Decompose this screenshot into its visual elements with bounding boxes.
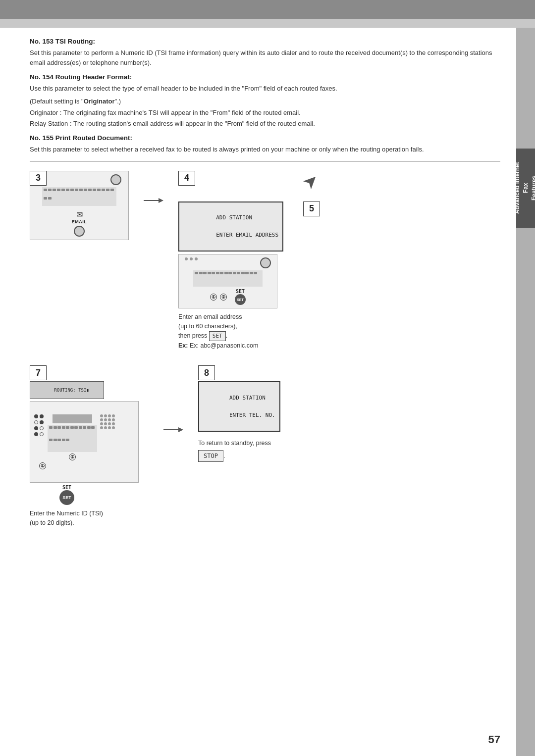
top-bar <box>0 0 535 19</box>
key-sm <box>108 422 111 425</box>
key-sm <box>108 414 111 417</box>
step-8-desc: To return to standby, press STOP. <box>198 439 271 462</box>
key <box>54 426 57 429</box>
step8-desc1: To return to standby, press <box>198 440 271 447</box>
key-circle <box>34 414 38 418</box>
set-inline-btn: SET <box>209 331 226 342</box>
key-circle <box>40 420 44 424</box>
key-circle <box>34 426 38 430</box>
step-7-block: 7 ROUTING: TSI▮ <box>30 365 149 528</box>
key-circle <box>40 426 44 430</box>
step4-desc1: Enter an email address <box>178 313 242 320</box>
step8-lcd-line2: ENTER TEL. NO. <box>229 412 275 418</box>
page-number: 57 <box>488 733 500 746</box>
key <box>250 272 253 274</box>
step-4-fax: ① ② SET SET <box>178 254 277 308</box>
key <box>97 189 101 191</box>
originator-desc: : The originating fax machine's TSI will… <box>60 109 301 116</box>
step3-round-btn <box>110 174 121 185</box>
step7-set-area: SET SET <box>59 485 74 505</box>
diagram-row-2: 7 ROUTING: TSI▮ <box>30 365 500 528</box>
key-sm <box>104 426 107 429</box>
dot2 <box>190 257 193 260</box>
step7-set-text: SET <box>62 485 71 490</box>
key <box>87 426 91 429</box>
arrow-svg <box>144 196 163 205</box>
key <box>70 189 74 191</box>
step7-desc1: Enter the Numeric ID (TSI) <box>30 510 103 517</box>
step-4-lcd: ADD STATION ENTER EMAIL ADDRESS <box>178 202 283 252</box>
key <box>61 189 65 191</box>
key-row <box>100 422 115 425</box>
key <box>44 197 47 200</box>
step7-routing-lcd: ROUTING: TSI▮ <box>30 381 104 399</box>
step4-desc4-bold: Ex: <box>178 342 190 349</box>
step7-desc2: (up to 20 digits). <box>30 519 74 526</box>
step-5-area: ➤ 5 <box>298 171 320 216</box>
key <box>57 189 60 191</box>
step-8-block: 8 ADD STATION ENTER TEL. NO. To return t… <box>198 365 307 462</box>
step-8-number: 8 <box>198 365 215 380</box>
key-sm <box>112 426 115 429</box>
step-8-lcd: ADD STATION ENTER TEL. NO. <box>198 381 280 432</box>
key <box>79 426 82 429</box>
step7-circle-1: ① <box>39 462 46 469</box>
step4-desc2: (up to 60 characters), <box>178 323 237 330</box>
key-row <box>34 414 44 418</box>
main-content: No. 153 TSI Routing: Set this parameter … <box>25 28 505 756</box>
key <box>203 272 207 274</box>
step-4-desc: Enter an email address (up to 60 charact… <box>178 312 283 351</box>
dot1 <box>185 257 188 260</box>
key-row <box>34 432 44 436</box>
key <box>233 272 236 274</box>
key <box>208 272 211 274</box>
key <box>62 426 65 429</box>
diagonal-arrow-icon: ➤ <box>298 168 323 194</box>
originator-line: Originator : The originating fax machine… <box>30 108 500 118</box>
key-sm <box>100 414 103 417</box>
key <box>75 189 78 191</box>
step-7-fax: ② <box>30 401 139 483</box>
key <box>54 439 57 441</box>
key <box>102 189 105 191</box>
body-155: Set this parameter to select whether a r… <box>30 145 500 154</box>
relay-desc: : The routing station's email address wi… <box>70 120 315 127</box>
stop-period: . <box>223 453 225 459</box>
step4-desc3: then press <box>178 332 207 339</box>
relay-line: Relay Station : The routing station's em… <box>30 119 500 129</box>
step4-desc4: Ex: abc@panasonic.com <box>190 342 258 349</box>
step-3-number: 3 <box>30 171 47 186</box>
heading-153: No. 153 TSI Routing: <box>30 38 500 45</box>
key <box>57 439 61 441</box>
step4-display-area: 4 ADD STATION ENTER EMAIL ADDRESS <box>178 171 283 252</box>
body-153: Set this parameter to perform a Numeric … <box>30 48 500 67</box>
stop-button: STOP <box>198 450 223 462</box>
key-row <box>100 418 115 421</box>
circle-2: ② <box>220 294 227 301</box>
second-bar <box>0 19 535 28</box>
key <box>48 197 52 200</box>
key-sm <box>112 418 115 421</box>
key-sm <box>108 426 111 429</box>
step7-fax-inner: ② <box>34 414 134 460</box>
key-row <box>100 414 115 417</box>
section-153: No. 153 TSI Routing: Set this parameter … <box>30 38 500 67</box>
key-circle <box>40 432 44 436</box>
key <box>79 189 83 191</box>
key <box>237 272 240 274</box>
key <box>74 426 78 429</box>
step7-screen <box>53 414 92 423</box>
key <box>220 272 223 274</box>
key <box>216 272 219 274</box>
key-row <box>34 426 44 430</box>
step3-keyboard <box>42 187 116 206</box>
right-margin <box>516 0 535 756</box>
key-sm <box>112 414 115 417</box>
step7-bottom-row: ① <box>34 462 134 469</box>
step4-controls: ① ② SET SET <box>210 289 246 305</box>
key <box>48 189 52 191</box>
default-setting-bold: Originator <box>84 98 115 105</box>
key <box>66 426 69 429</box>
side-tab: Advanced Internet FaxFeatures <box>516 149 535 228</box>
key-sm <box>108 418 111 421</box>
